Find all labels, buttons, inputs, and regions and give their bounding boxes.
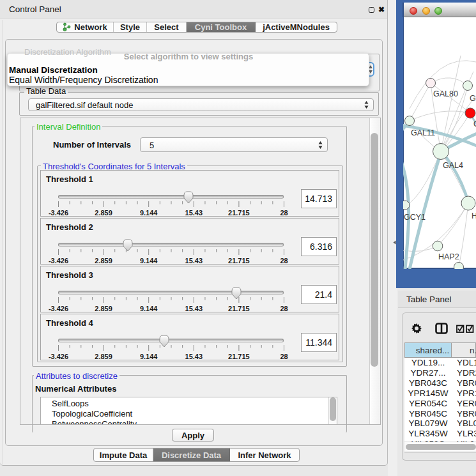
svg-text:GCY1: GCY1 bbox=[404, 213, 426, 222]
svg-text:G..: G.. bbox=[470, 94, 476, 103]
svg-text:GAL11: GAL11 bbox=[411, 128, 435, 137]
svg-text:GAL4: GAL4 bbox=[443, 161, 463, 170]
svg-text:GAL80: GAL80 bbox=[433, 89, 458, 98]
svg-text:H: H bbox=[472, 211, 476, 220]
svg-text:C: C bbox=[473, 119, 476, 128]
svg-text:HAP2: HAP2 bbox=[438, 252, 459, 261]
